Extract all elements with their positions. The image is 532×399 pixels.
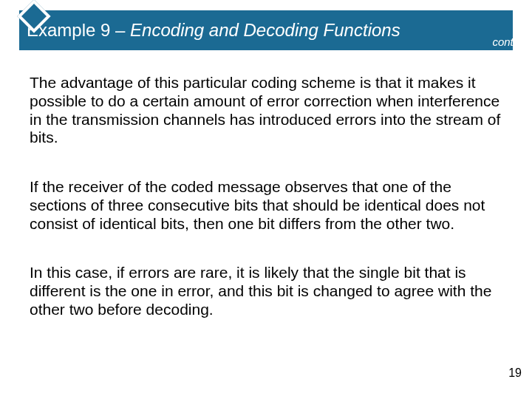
- slide: Example 9 – Encoding and Decoding Functi…: [0, 0, 532, 399]
- body-text: The advantage of this particular coding …: [30, 74, 502, 350]
- paragraph-2: If the receiver of the coded message obs…: [30, 178, 502, 233]
- slide-title: Example 9 – Encoding and Decoding Functi…: [27, 20, 400, 41]
- title-bar: Example 9 – Encoding and Decoding Functi…: [19, 10, 513, 50]
- paragraph-1: The advantage of this particular coding …: [30, 74, 502, 147]
- title-contd: cont'd: [492, 35, 522, 48]
- page-number: 19: [508, 366, 522, 380]
- paragraph-3: In this case, if errors are rare, it is …: [30, 264, 502, 318]
- title-emphasis: Encoding and Decoding Functions: [130, 20, 400, 40]
